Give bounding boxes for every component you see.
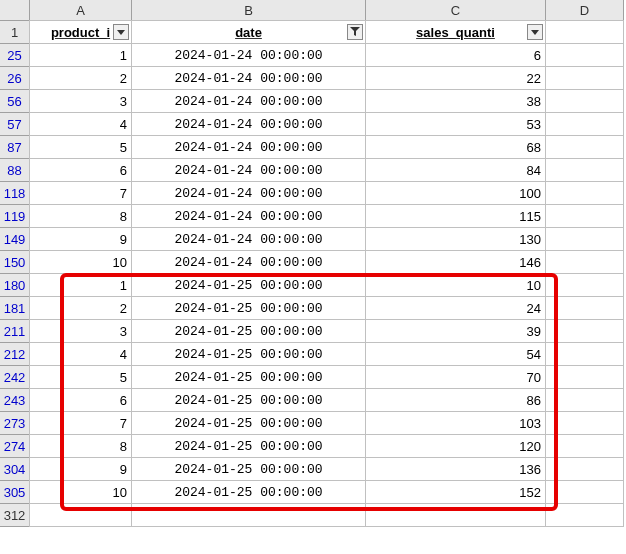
empty-cell[interactable] <box>545 411 624 435</box>
row-number[interactable]: 26 <box>0 66 30 90</box>
empty-cell[interactable] <box>545 135 624 159</box>
row-number[interactable]: 274 <box>0 434 30 458</box>
empty-cell[interactable] <box>545 319 624 343</box>
cell-date[interactable]: 2024-01-24 00:00:00 <box>131 43 366 67</box>
empty-cell[interactable] <box>545 43 624 67</box>
cell-sales-quantity[interactable]: 53 <box>365 112 546 136</box>
row-number[interactable]: 181 <box>0 296 30 320</box>
cell-product-id[interactable]: 3 <box>29 89 132 113</box>
row-number[interactable]: 1 <box>0 20 30 44</box>
cell-product-id[interactable]: 4 <box>29 112 132 136</box>
cell-date[interactable]: 2024-01-24 00:00:00 <box>131 89 366 113</box>
empty-cell[interactable] <box>545 181 624 205</box>
cell-date[interactable]: 2024-01-24 00:00:00 <box>131 204 366 228</box>
cell-sales-quantity[interactable]: 100 <box>365 181 546 205</box>
column-header-A[interactable]: A <box>29 0 132 21</box>
row-number[interactable]: 305 <box>0 480 30 504</box>
empty-cell[interactable] <box>365 503 546 527</box>
cell-date[interactable]: 2024-01-25 00:00:00 <box>131 457 366 481</box>
row-number[interactable]: 211 <box>0 319 30 343</box>
cell-date[interactable]: 2024-01-25 00:00:00 <box>131 411 366 435</box>
empty-cell[interactable] <box>545 204 624 228</box>
cell-date[interactable]: 2024-01-24 00:00:00 <box>131 181 366 205</box>
cell-sales-quantity[interactable]: 6 <box>365 43 546 67</box>
cell-sales-quantity[interactable]: 84 <box>365 158 546 182</box>
cell-date[interactable]: 2024-01-25 00:00:00 <box>131 342 366 366</box>
empty-cell[interactable] <box>545 112 624 136</box>
row-number[interactable]: 88 <box>0 158 30 182</box>
empty-cell[interactable] <box>545 250 624 274</box>
cell-date[interactable]: 2024-01-25 00:00:00 <box>131 365 366 389</box>
empty-cell[interactable] <box>545 66 624 90</box>
column-header-C[interactable]: C <box>365 0 546 21</box>
cell-date[interactable]: 2024-01-24 00:00:00 <box>131 227 366 251</box>
cell-product-id[interactable]: 1 <box>29 43 132 67</box>
empty-cell[interactable] <box>545 503 624 527</box>
empty-cell[interactable] <box>29 503 132 527</box>
row-number[interactable]: 242 <box>0 365 30 389</box>
cell-sales-quantity[interactable]: 103 <box>365 411 546 435</box>
cell-product-id[interactable]: 2 <box>29 66 132 90</box>
row-number[interactable]: 56 <box>0 89 30 113</box>
cell-date[interactable]: 2024-01-24 00:00:00 <box>131 112 366 136</box>
cell-product-id[interactable]: 3 <box>29 319 132 343</box>
row-number[interactable]: 25 <box>0 43 30 67</box>
row-number[interactable]: 212 <box>0 342 30 366</box>
cell-date[interactable]: 2024-01-24 00:00:00 <box>131 135 366 159</box>
row-number[interactable]: 119 <box>0 204 30 228</box>
cell-sales-quantity[interactable]: 70 <box>365 365 546 389</box>
cell-date[interactable]: 2024-01-24 00:00:00 <box>131 158 366 182</box>
header-sales-quantity[interactable]: sales_quanti <box>365 20 546 44</box>
cell-product-id[interactable]: 6 <box>29 388 132 412</box>
cell-sales-quantity[interactable]: 39 <box>365 319 546 343</box>
cell-sales-quantity[interactable]: 152 <box>365 480 546 504</box>
empty-cell[interactable] <box>131 503 366 527</box>
cell-product-id[interactable]: 5 <box>29 135 132 159</box>
cell-product-id[interactable]: 5 <box>29 365 132 389</box>
cell-date[interactable]: 2024-01-25 00:00:00 <box>131 296 366 320</box>
cell-sales-quantity[interactable]: 115 <box>365 204 546 228</box>
cell-product-id[interactable]: 2 <box>29 296 132 320</box>
cell-date[interactable]: 2024-01-24 00:00:00 <box>131 250 366 274</box>
cell-product-id[interactable]: 10 <box>29 250 132 274</box>
header-product-id[interactable]: product_i <box>29 20 132 44</box>
empty-cell[interactable] <box>545 158 624 182</box>
cell-product-id[interactable]: 8 <box>29 434 132 458</box>
row-number[interactable]: 243 <box>0 388 30 412</box>
cell-sales-quantity[interactable]: 38 <box>365 89 546 113</box>
cell-sales-quantity[interactable]: 136 <box>365 457 546 481</box>
row-number[interactable]: 118 <box>0 181 30 205</box>
cell-product-id[interactable]: 9 <box>29 457 132 481</box>
row-number[interactable]: 87 <box>0 135 30 159</box>
empty-cell[interactable] <box>545 342 624 366</box>
header-date[interactable]: date <box>131 20 366 44</box>
cell-product-id[interactable]: 7 <box>29 181 132 205</box>
row-number[interactable]: 149 <box>0 227 30 251</box>
cell-sales-quantity[interactable]: 68 <box>365 135 546 159</box>
cell-product-id[interactable]: 1 <box>29 273 132 297</box>
cell-product-id[interactable]: 9 <box>29 227 132 251</box>
empty-cell[interactable] <box>545 89 624 113</box>
empty-cell[interactable] <box>545 480 624 504</box>
empty-cell[interactable] <box>545 296 624 320</box>
cell-sales-quantity[interactable]: 22 <box>365 66 546 90</box>
cell-date[interactable]: 2024-01-25 00:00:00 <box>131 388 366 412</box>
empty-cell[interactable] <box>545 388 624 412</box>
row-number[interactable]: 304 <box>0 457 30 481</box>
cell-date[interactable]: 2024-01-25 00:00:00 <box>131 480 366 504</box>
row-number[interactable]: 180 <box>0 273 30 297</box>
cell-product-id[interactable]: 4 <box>29 342 132 366</box>
cell-sales-quantity[interactable]: 24 <box>365 296 546 320</box>
cell-sales-quantity[interactable]: 130 <box>365 227 546 251</box>
cell-sales-quantity[interactable]: 54 <box>365 342 546 366</box>
cell-sales-quantity[interactable]: 120 <box>365 434 546 458</box>
cell-date[interactable]: 2024-01-25 00:00:00 <box>131 273 366 297</box>
cell-date[interactable]: 2024-01-24 00:00:00 <box>131 66 366 90</box>
column-header-D[interactable]: D <box>545 0 624 21</box>
cell-date[interactable]: 2024-01-25 00:00:00 <box>131 319 366 343</box>
cell-sales-quantity[interactable]: 10 <box>365 273 546 297</box>
row-number[interactable]: 273 <box>0 411 30 435</box>
empty-cell[interactable] <box>545 457 624 481</box>
spreadsheet-grid[interactable]: ABCD1product_idatesales_quanti2512024-01… <box>0 0 626 527</box>
cell-product-id[interactable]: 8 <box>29 204 132 228</box>
